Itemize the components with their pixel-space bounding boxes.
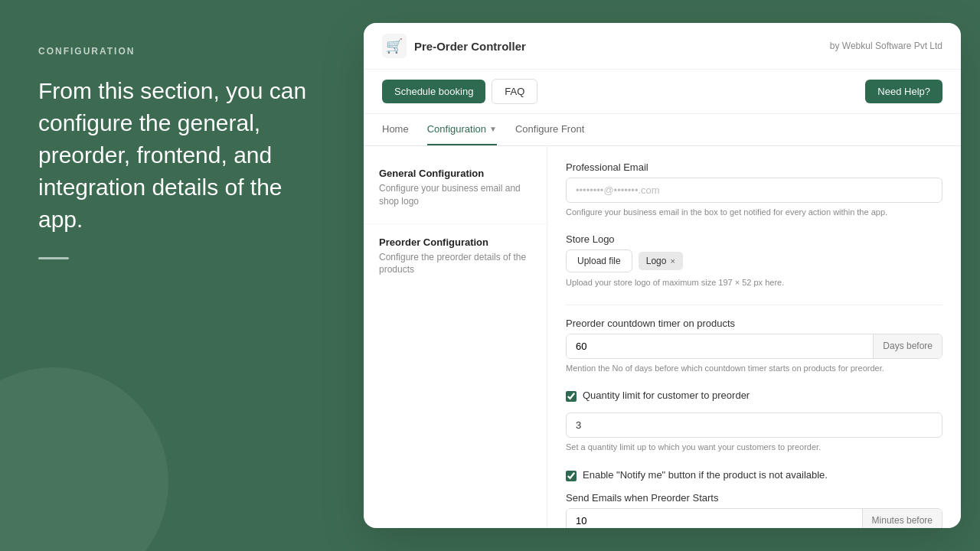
store-logo-group: Store Logo Upload file Logo × Upload you… — [566, 233, 942, 289]
app-title-row: 🛒 Pre-Order Controller — [382, 34, 526, 58]
left-heading: From this section, you can configure the… — [38, 75, 322, 236]
notify-checkbox-label[interactable]: Enable "Notify me" button if the product… — [583, 469, 828, 481]
sidebar-general-desc: Configure your business email and shop l… — [379, 182, 531, 208]
sidebar-general: General Configuration Configure your bus… — [364, 161, 547, 220]
tab-configuration[interactable]: Configuration ▼ — [427, 114, 497, 145]
logo-row: Upload file Logo × — [566, 249, 942, 272]
qty-checkbox-label[interactable]: Quantity limit for customer to preorder — [583, 390, 750, 401]
notify-checkbox-row: Enable "Notify me" button if the product… — [566, 469, 942, 481]
chevron-down-icon: ▼ — [489, 125, 497, 133]
by-text: by Webkul Software Pvt Ltd — [830, 41, 942, 51]
card-header: 🛒 Pre-Order Controller by Webkul Softwar… — [364, 23, 961, 70]
app-title: Pre-Order Controller — [414, 40, 526, 53]
need-help-button[interactable]: Need Help? — [865, 80, 942, 103]
store-logo-hint: Upload your store logo of maximum size 1… — [566, 277, 942, 289]
sidebar-preorder-title: Preorder Configuration — [379, 236, 531, 248]
section-label: CONFIGURATION — [38, 46, 322, 57]
main-card: 🛒 Pre-Order Controller by Webkul Softwar… — [364, 23, 961, 528]
countdown-label: Preorder countdown timer on products — [566, 318, 942, 329]
card-content: Professional Email Configure your busine… — [547, 146, 961, 528]
send-emails-input-row: Minutes before — [566, 508, 942, 528]
top-nav: Schedule booking FAQ Need Help? — [364, 70, 961, 114]
send-emails-group: Send Emails when Preorder Starts Minutes… — [566, 492, 942, 528]
tab-home[interactable]: Home — [382, 114, 409, 145]
logo-badge: Logo × — [639, 252, 683, 270]
sidebar-preorder-desc: Configure the preorder details of the pr… — [379, 251, 531, 277]
countdown-input-row: Days before — [566, 334, 942, 359]
schedule-booking-button[interactable]: Schedule booking — [382, 80, 485, 103]
app-icon-emoji: 🛒 — [386, 37, 403, 54]
countdown-suffix: Days before — [873, 334, 942, 358]
decorative-circle — [0, 367, 168, 551]
tabs-row: Home Configuration ▼ Configure Front — [364, 114, 961, 146]
notify-checkbox[interactable] — [566, 471, 577, 481]
card-body: General Configuration Configure your bus… — [364, 146, 961, 528]
sidebar-preorder: Preorder Configuration Configure the pre… — [364, 223, 547, 289]
left-divider — [38, 257, 69, 259]
qty-hint: Set a quantity limit up to which you wan… — [566, 442, 942, 453]
left-panel: CONFIGURATION From this section, you can… — [0, 0, 360, 551]
qty-checkbox-row: Quantity limit for customer to preorder — [566, 390, 942, 402]
sidebar-general-title: General Configuration — [379, 168, 531, 179]
countdown-hint: Mention the No of days before which coun… — [566, 363, 942, 374]
divider-1 — [566, 305, 942, 305]
qty-checkbox[interactable] — [566, 391, 577, 402]
countdown-input[interactable] — [567, 334, 873, 358]
card-sidebar: General Configuration Configure your bus… — [364, 146, 547, 528]
professional-email-group: Professional Email Configure your busine… — [566, 161, 942, 218]
professional-email-hint: Configure your business email in the box… — [566, 207, 942, 218]
store-logo-label: Store Logo — [566, 233, 942, 245]
faq-button[interactable]: FAQ — [492, 79, 537, 104]
send-emails-suffix: Minutes before — [862, 509, 942, 528]
logo-badge-text: Logo — [646, 256, 667, 266]
professional-email-input[interactable] — [566, 178, 942, 203]
professional-email-label: Professional Email — [566, 161, 942, 173]
qty-input[interactable] — [566, 412, 942, 438]
send-emails-input[interactable] — [567, 509, 862, 528]
countdown-group: Preorder countdown timer on products Day… — [566, 318, 942, 374]
upload-file-button[interactable]: Upload file — [566, 249, 632, 272]
tab-configure-front[interactable]: Configure Front — [515, 114, 584, 145]
logo-remove-icon[interactable]: × — [670, 256, 675, 266]
send-emails-label: Send Emails when Preorder Starts — [566, 492, 942, 504]
right-panel: 🛒 Pre-Order Controller by Webkul Softwar… — [360, 0, 980, 551]
qty-input-group: Set a quantity limit up to which you wan… — [566, 412, 942, 453]
app-icon: 🛒 — [382, 34, 407, 58]
